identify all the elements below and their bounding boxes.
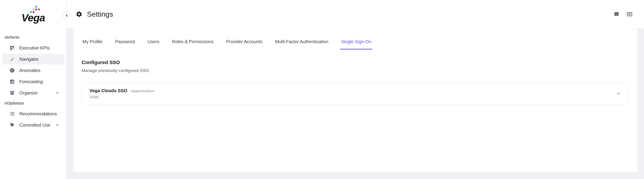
sidebar-item-anomalies[interactable]: Anomalies bbox=[2, 65, 64, 76]
sidebar-item-label: Organize bbox=[20, 90, 51, 96]
settings-card: My ProfilePasswordUsersRoles & Permissio… bbox=[74, 28, 637, 172]
svg-rect-1 bbox=[12, 46, 14, 48]
brand-logo: Vega bbox=[0, 3, 66, 33]
sidebar-section-label: vOptimize bbox=[0, 99, 66, 108]
svg-rect-14 bbox=[10, 92, 14, 95]
settings-tabs: My ProfilePasswordUsersRoles & Permissio… bbox=[82, 28, 629, 50]
svg-rect-13 bbox=[10, 91, 14, 92]
sidebar-item-label: Anomalies bbox=[20, 68, 60, 73]
svg-rect-4 bbox=[14, 48, 14, 49]
chevron-down-icon bbox=[55, 123, 60, 127]
tag-icon bbox=[10, 122, 15, 128]
sidebar: Vega vInformExecutive KPIsNavigatorAnoma… bbox=[0, 0, 67, 179]
chevron-down-icon bbox=[55, 91, 60, 95]
sso-type: SAML bbox=[90, 95, 154, 99]
sso-heading: Configured SSO bbox=[82, 60, 629, 65]
sidebar-item-label: Committed Use bbox=[20, 123, 51, 128]
sidebar-collapse-button[interactable] bbox=[63, 12, 70, 19]
gear-icon bbox=[76, 11, 82, 17]
sso-slug: vegacloudsso bbox=[131, 89, 154, 93]
sidebar-item-label: Executive KPIs bbox=[20, 45, 60, 51]
sso-list: Vega Clouds SSOvegacloudssoSAML bbox=[82, 83, 629, 104]
sidebar-item-navigator[interactable]: Navigator bbox=[2, 54, 64, 65]
tab-password[interactable]: Password bbox=[114, 38, 136, 49]
svg-point-21 bbox=[10, 115, 11, 116]
archive-icon bbox=[10, 90, 15, 96]
sidebar-item-organize[interactable]: Organize bbox=[2, 87, 64, 98]
svg-rect-2 bbox=[10, 48, 12, 50]
svg-rect-7 bbox=[12, 69, 12, 71]
sidebar-item-label: Forecasting bbox=[20, 79, 60, 84]
svg-rect-12 bbox=[13, 80, 14, 83]
tab-users[interactable]: Users bbox=[147, 38, 160, 49]
sso-subheading: Manage previously configured SSO. bbox=[82, 68, 629, 73]
dashboard-icon bbox=[10, 45, 15, 51]
tab-single-sign-on[interactable]: Single Sign-On bbox=[340, 38, 372, 49]
tab-provider-accounts[interactable]: Provider Accounts bbox=[225, 38, 263, 49]
svg-rect-8 bbox=[12, 71, 12, 72]
svg-rect-10 bbox=[11, 82, 12, 83]
navigator-icon bbox=[10, 56, 15, 62]
main-content: Settings My ProfilePasswordUsersRoles & … bbox=[67, 0, 644, 179]
chart-icon bbox=[10, 79, 15, 84]
sso-name: Vega Clouds SSO bbox=[90, 88, 127, 93]
svg-rect-5 bbox=[12, 49, 13, 50]
svg-rect-11 bbox=[12, 81, 12, 83]
logo-dots-icon bbox=[30, 6, 40, 13]
svg-point-20 bbox=[10, 114, 11, 114]
svg-rect-0 bbox=[10, 46, 12, 48]
tab-roles-permissions[interactable]: Roles & Permissions bbox=[171, 38, 214, 49]
tab-my-profile[interactable]: My Profile bbox=[82, 38, 104, 49]
page-title: Settings bbox=[87, 10, 113, 18]
sidebar-item-label: Recommendations bbox=[20, 111, 60, 117]
brand-name: Vega bbox=[22, 12, 45, 24]
svg-rect-3 bbox=[12, 48, 13, 49]
sidebar-section-label: vInform bbox=[0, 33, 66, 42]
sidebar-item-executive-kpis[interactable]: Executive KPIs bbox=[2, 42, 64, 53]
sso-row[interactable]: Vega Clouds SSOvegacloudssoSAML bbox=[82, 83, 629, 104]
tab-multi-factor-authentication[interactable]: Multi-Factor Authentication bbox=[274, 38, 330, 49]
sidebar-item-label: Navigator bbox=[20, 57, 60, 62]
list-icon bbox=[10, 111, 15, 117]
docs-icon[interactable] bbox=[626, 11, 633, 17]
sidebar-item-committed-use[interactable]: Committed Use bbox=[2, 120, 64, 130]
svg-rect-15 bbox=[12, 93, 13, 93]
topbar: Settings bbox=[67, 0, 644, 28]
sidebar-item-forecasting[interactable]: Forecasting bbox=[2, 76, 64, 87]
svg-point-19 bbox=[10, 112, 11, 113]
alert-icon bbox=[10, 68, 15, 73]
sidebar-item-recommendations[interactable]: Recommendations bbox=[2, 108, 64, 119]
notes-icon[interactable] bbox=[613, 11, 620, 17]
chevron-down-icon bbox=[616, 91, 621, 96]
